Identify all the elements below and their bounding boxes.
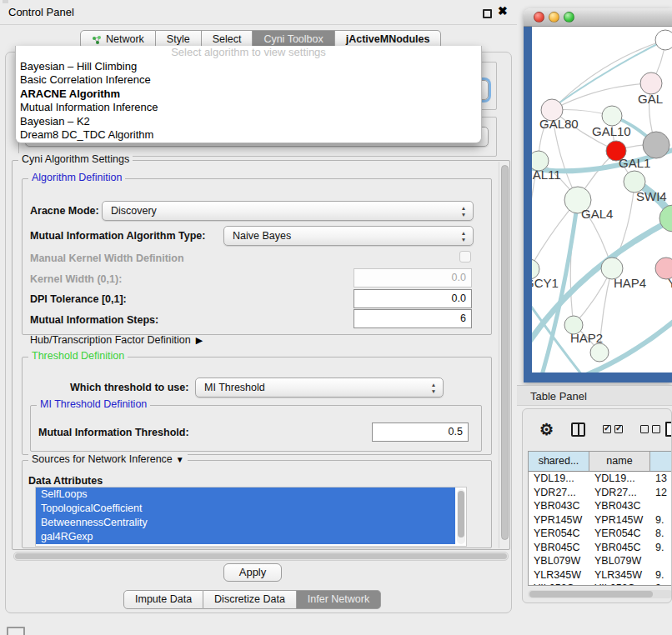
algorithm-dropdown-popup: Select algorithm to view settings Bayesi…	[15, 46, 482, 143]
network-node-gal10[interactable]	[602, 106, 622, 126]
table-panel-header: Table Panel	[517, 385, 672, 406]
network-node-label: GAL80	[539, 117, 579, 131]
data-attribute-item[interactable]: SelfLoops	[36, 488, 455, 502]
table-cell: YDR27...	[529, 486, 589, 500]
data-attributes-list: SelfLoopsTopologicalCoefficientBetweenne…	[35, 487, 467, 547]
algorithm-option[interactable]: Bayesian – Hill Climbing	[16, 60, 481, 73]
aracne-mode-combo[interactable]: Discovery ▲▼	[102, 201, 474, 221]
mi-steps-label: Mutual Information Steps:	[30, 314, 158, 326]
screen: Control Panel ✖ NetworkStyleSelectCyni T…	[0, 0, 672, 635]
network-node-label: HAP4	[614, 276, 646, 290]
network-node[interactable]	[655, 30, 672, 50]
table-row[interactable]: YBR043CYBR043C	[529, 499, 672, 513]
table-row[interactable]: YPR145WYPR145W9.	[529, 513, 672, 528]
table-row[interactable]: YBR045CYBR045C9.	[529, 541, 672, 555]
table-cell: YIL052C	[589, 582, 650, 586]
table-row[interactable]: YBL079WYBL079W	[529, 554, 672, 568]
data-attribute-item[interactable]: BetweennessCentrality	[36, 516, 455, 530]
kernel-width-field[interactable]: 0.0	[354, 268, 472, 288]
network-graph[interactable]: GALGAL80GAL10GAL1GAL11SWI4GAL4GCY1HAP4YH…	[532, 27, 672, 372]
column-header-2[interactable]	[650, 452, 672, 471]
table-row[interactable]: YIL052CYIL052C9.	[529, 582, 672, 586]
network-node[interactable]	[643, 132, 669, 158]
table-cell: YDR27...	[589, 486, 650, 500]
algorithm-definition-title: Algorithm Definition	[28, 172, 125, 183]
dropdown-item-list: Bayesian – Hill ClimbingBasic Correlatio…	[16, 60, 481, 142]
mi-algorithm-type-combo[interactable]: Naive Bayes ▲▼	[223, 226, 474, 246]
which-threshold-combo[interactable]: MI Threshold ▲▼	[195, 378, 444, 398]
data-attribute-item[interactable]: TopologicalCoefficient	[36, 502, 455, 516]
threshold-definition-title: Threshold Definition	[28, 350, 128, 362]
table-cell: 9.	[650, 568, 672, 582]
attributes-list-scrollbar[interactable]	[457, 489, 465, 544]
algorithm-option[interactable]: Mutual Information Inference	[16, 101, 481, 114]
close-traffic-light[interactable]	[534, 12, 544, 22]
network-node[interactable]	[590, 343, 609, 362]
table-cell: YIL052C	[529, 582, 589, 586]
deselect-all-columns-icon[interactable]	[640, 425, 660, 433]
dpi-tolerance-label: DPI Tolerance [0,1]:	[30, 293, 127, 305]
scrollbar-thumb[interactable]	[529, 591, 653, 598]
manual-kernel-width-label: Manual Kernel Width Definition	[30, 252, 184, 264]
apply-button[interactable]: Apply	[223, 563, 282, 582]
mi-threshold-label: Mutual Information Threshold:	[38, 427, 189, 438]
table-row[interactable]: YER054CYER054C8.	[529, 527, 672, 541]
scrollbar-thumb[interactable]	[458, 491, 464, 538]
combo-arrows-icon: ▲▼	[429, 382, 438, 395]
table-panel-body: ⚙ shared...name YDL19...YDL19...13YDR27.…	[522, 408, 672, 603]
column-header-name[interactable]: name	[589, 452, 650, 471]
algorithm-option[interactable]: Basic Correlation Inference	[16, 73, 481, 87]
tab-infer-network[interactable]: Infer Network	[297, 590, 381, 609]
table-toolbar: ⚙	[523, 414, 672, 444]
minimize-traffic-light[interactable]	[549, 12, 559, 22]
network-node-label: Y	[668, 276, 672, 290]
split-columns-icon[interactable]	[571, 422, 585, 437]
scrollbar-thumb[interactable]	[501, 165, 509, 540]
manual-kernel-width-checkbox[interactable]	[459, 251, 471, 262]
hub-section-toggle[interactable]: Hub/Transcription Factor Definition▶	[30, 334, 203, 346]
table-row[interactable]: YDR27...YDR27...12	[529, 486, 672, 500]
network-node-label: GAL4	[581, 207, 613, 221]
network-window-titlebar[interactable]	[524, 8, 672, 27]
table-cell: 9.	[650, 513, 672, 528]
dpi-tolerance-field[interactable]: 0.0	[354, 289, 472, 308]
unchecked-box-icon	[640, 425, 649, 433]
float-window-icon[interactable]	[483, 9, 492, 18]
which-threshold-value: MI Threshold	[204, 382, 265, 393]
table-cell: YPR145W	[589, 513, 650, 528]
table-horizontal-scrollbar[interactable]	[528, 590, 672, 598]
algorithm-option[interactable]: Dream8 DC_TDC Algorithm	[16, 128, 481, 142]
settings-horizontal-scrollbar[interactable]	[13, 552, 509, 561]
mi-threshold-group-title: MI Threshold Definition	[37, 398, 150, 410]
sources-group-title[interactable]: Sources for Network Inference▼	[28, 453, 188, 465]
document-icon[interactable]	[665, 422, 672, 437]
node-table[interactable]: shared...name YDL19...YDL19...13YDR27...…	[528, 451, 672, 586]
close-icon[interactable]: ✖	[498, 4, 508, 18]
collapsed-arrow-icon: ▶	[196, 335, 203, 345]
settings-vertical-scrollbar[interactable]	[499, 162, 509, 548]
table-row[interactable]: YDL19...YDL19...13	[529, 472, 672, 486]
column-header-shared[interactable]: shared...	[529, 452, 589, 471]
mi-threshold-field[interactable]: 0.5	[372, 422, 469, 442]
checked-box-icon	[614, 425, 623, 433]
algorithm-option[interactable]: Bayesian – K2	[16, 115, 481, 128]
table-cell: 9.	[650, 582, 672, 586]
which-threshold-label: Which threshold to use:	[70, 382, 188, 393]
mi-steps-field[interactable]: 6	[354, 309, 472, 328]
network-canvas[interactable]: GALGAL80GAL10GAL1GAL11SWI4GAL4GCY1HAP4YH…	[532, 27, 672, 372]
data-attribute-item[interactable]: gal4RGexp	[36, 530, 455, 544]
expanded-arrow-icon: ▼	[176, 455, 184, 464]
gear-icon[interactable]: ⚙	[539, 422, 554, 438]
tab-impute-data[interactable]: Impute Data	[123, 590, 203, 609]
table-cell: 12	[650, 486, 672, 500]
tab-label: Discretize Data	[214, 591, 285, 608]
scrollbar-thumb[interactable]	[15, 553, 507, 559]
zoom-traffic-light[interactable]	[564, 12, 574, 22]
table-row[interactable]: YLR345WYLR345W9.	[529, 568, 672, 582]
select-all-columns-icon[interactable]	[603, 425, 623, 433]
algorithm-option[interactable]: ARACNE Algorithm	[16, 88, 481, 101]
clipped-bottom-icon[interactable]	[7, 627, 25, 635]
tab-discretize-data[interactable]: Discretize Data	[203, 590, 297, 609]
sources-title-text: Sources for Network Inference	[32, 453, 173, 465]
table-cell: 13	[650, 472, 672, 486]
